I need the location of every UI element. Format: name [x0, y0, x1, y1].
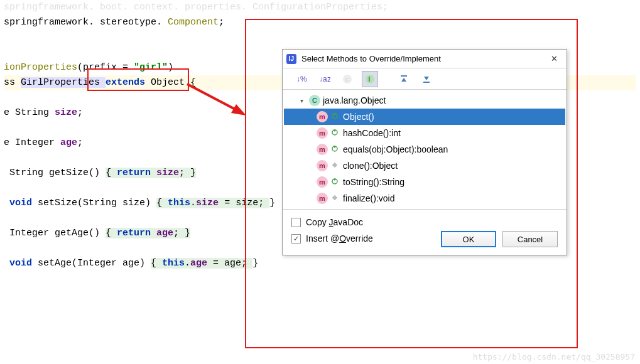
- tree-method-item[interactable]: mhashCode():int: [284, 125, 565, 141]
- method-icon: m: [317, 144, 328, 155]
- svg-rect-21: [332, 195, 337, 200]
- sort-alphabetically-button[interactable]: ↓aᴢ: [317, 71, 333, 87]
- protected-icon: [332, 195, 339, 202]
- checkbox-unchecked-icon: [291, 218, 301, 227]
- public-icon: [332, 146, 339, 153]
- public-icon: [332, 113, 339, 120]
- svg-text:↓%: ↓%: [296, 75, 307, 83]
- dialog-titlebar[interactable]: IJ Select Methods to Override/Implement …: [283, 50, 567, 68]
- tree-method-item[interactable]: mequals(obj:Object):boolean: [284, 141, 565, 158]
- public-icon: [332, 178, 339, 186]
- svg-rect-18: [332, 163, 337, 168]
- svg-point-15: [334, 130, 336, 132]
- close-icon[interactable]: ✕: [546, 51, 561, 67]
- watermark: https://blog.csdn.net/qq_30258957: [473, 352, 635, 361]
- method-icon: m: [317, 160, 328, 171]
- method-tree: ▾ C java.lang.Object mObject()mhashCode(…: [283, 90, 567, 209]
- chevron-down-icon: ▾: [298, 97, 305, 104]
- method-label: equals(obj:Object):boolean: [343, 144, 448, 154]
- svg-point-20: [334, 179, 336, 181]
- intellij-icon: IJ: [286, 54, 296, 64]
- method-label: clone():Object: [343, 161, 398, 171]
- sort-by-visibility-button[interactable]: ↓%: [294, 71, 310, 87]
- tree-method-item[interactable]: mtoString():String: [284, 174, 565, 190]
- ok-button[interactable]: OK: [441, 231, 496, 247]
- dialog-title: Select Methods to Override/Implement: [301, 54, 546, 63]
- tree-method-item[interactable]: mclone():Object: [284, 158, 565, 174]
- public-icon: [332, 129, 339, 137]
- copy-javadoc-checkbox[interactable]: Copy JavaDoc: [291, 217, 558, 227]
- class-icon: C: [309, 95, 320, 106]
- svg-marker-11: [424, 77, 429, 80]
- method-label: hashCode():int: [343, 128, 401, 138]
- show-classes-button: c: [339, 71, 355, 87]
- tree-method-item[interactable]: mfinalize():void: [284, 190, 565, 206]
- method-label: toString():String: [343, 177, 404, 187]
- tree-method-item[interactable]: mObject(): [284, 109, 565, 125]
- method-icon: m: [317, 127, 328, 139]
- svg-point-17: [334, 146, 336, 148]
- protected-icon: [332, 162, 339, 169]
- svg-marker-9: [401, 78, 406, 82]
- checkbox-checked-icon: ✓: [291, 234, 301, 244]
- method-icon: m: [317, 111, 328, 122]
- svg-text:I: I: [369, 76, 371, 83]
- method-icon: m: [317, 193, 328, 204]
- import-line: springframework. stereotype. Component;: [4, 17, 224, 28]
- method-icon: m: [317, 176, 328, 188]
- svg-point-13: [334, 114, 336, 115]
- method-label: Object(): [343, 112, 374, 122]
- dialog-footer: Copy JavaDoc ✓ Insert @Override OK Cance…: [283, 209, 567, 255]
- tree-root-label: java.lang.Object: [323, 95, 386, 105]
- svg-text:↓aᴢ: ↓aᴢ: [319, 75, 330, 83]
- insert-override-checkbox[interactable]: ✓ Insert @Override: [291, 233, 441, 244]
- svg-text:c: c: [345, 76, 349, 83]
- tree-root-object[interactable]: ▾ C java.lang.Object: [284, 92, 565, 109]
- method-label: finalize():void: [343, 193, 394, 203]
- show-interfaces-button[interactable]: I: [362, 71, 378, 87]
- collapse-all-button[interactable]: [418, 71, 435, 87]
- cancel-button[interactable]: Cancel: [502, 231, 558, 247]
- expand-all-button[interactable]: [396, 71, 412, 87]
- override-dialog: IJ Select Methods to Override/Implement …: [282, 49, 567, 255]
- dialog-toolbar: ↓% ↓aᴢ c I: [283, 68, 567, 90]
